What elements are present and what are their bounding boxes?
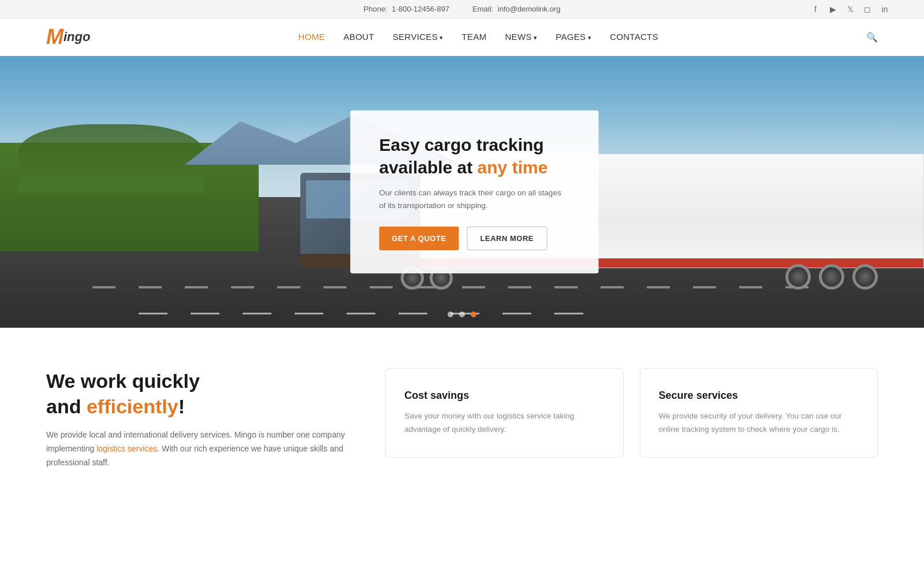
nav-services[interactable]: SERVICES: [393, 32, 444, 42]
cost-savings-desc: Save your money with our logistics servi…: [404, 410, 604, 436]
logo-m-letter: M: [46, 27, 64, 47]
nav-about[interactable]: ABOUT: [344, 32, 374, 42]
secure-services-desc: We provide security of your delivery. Yo…: [659, 410, 859, 436]
slider-dot-3[interactable]: [471, 312, 476, 317]
email-address: info@demolink.org: [498, 5, 561, 13]
secure-services-title: Secure services: [659, 390, 859, 402]
nav-links: HOME ABOUT SERVICES TEAM NEWS PAGES CONT…: [299, 32, 658, 42]
slider-dot-2[interactable]: [459, 312, 465, 317]
main-section: We work quickly and efficiently! We prov…: [0, 328, 924, 505]
learn-more-button[interactable]: LEARN MORE: [467, 227, 547, 250]
wheel-1: [785, 264, 811, 290]
phone-number: 1-800-12456-897: [392, 5, 449, 13]
secure-services-card: Secure services We provide security of y…: [640, 368, 878, 458]
search-icon[interactable]: 🔍: [866, 32, 878, 43]
cost-savings-card: Cost savings Save your money with our lo…: [385, 368, 623, 458]
phone-info: Phone: 1-800-12456-897: [364, 5, 450, 13]
wheel-3: [852, 264, 878, 290]
youtube-icon[interactable]: ▶: [828, 5, 837, 14]
social-icons-group: f ▶ 𝕏 ◻ in: [811, 5, 889, 14]
logistics-link[interactable]: logistics services: [96, 444, 157, 453]
nav-team[interactable]: TEAM: [462, 32, 487, 42]
linkedin-icon[interactable]: in: [880, 5, 889, 14]
nav-contacts[interactable]: CONTACTS: [610, 32, 658, 42]
email-info: Email: info@demolink.org: [472, 5, 560, 13]
hero-section: Easy cargo tracking available at any tim…: [0, 56, 924, 328]
top-bar: Phone: 1-800-12456-897 Email: info@demol…: [0, 0, 924, 18]
email-label: Email:: [472, 5, 493, 13]
slider-dot-1[interactable]: [448, 312, 453, 317]
hero-card: Easy cargo tracking available at any tim…: [351, 110, 599, 273]
hero-wheels-right: [785, 264, 878, 290]
info-cards: Cost savings Save your money with our lo…: [385, 368, 878, 458]
section-intro: We work quickly and efficiently! We prov…: [46, 368, 362, 470]
contact-info: Phone: 1-800-12456-897 Email: info@demol…: [364, 5, 561, 13]
logo-text: ingo: [64, 29, 90, 45]
instagram-icon[interactable]: ◻: [863, 5, 872, 14]
cost-savings-title: Cost savings: [404, 390, 604, 402]
hero-buttons: GET A QUOTE LEARN MORE: [379, 227, 570, 250]
nav-home[interactable]: HOME: [299, 32, 325, 42]
hero-trees: [18, 124, 203, 192]
get-quote-button[interactable]: GET A QUOTE: [379, 227, 459, 250]
nav-pages[interactable]: PAGES: [556, 32, 591, 42]
section-heading: We work quickly and efficiently!: [46, 368, 362, 419]
facebook-icon[interactable]: f: [811, 5, 820, 14]
hero-heading: Easy cargo tracking available at any tim…: [379, 134, 570, 179]
phone-label: Phone:: [364, 5, 388, 13]
hero-description: Our clients can always track their cargo…: [379, 187, 570, 212]
nav-news[interactable]: NEWS: [505, 32, 537, 42]
navbar: M ingo HOME ABOUT SERVICES TEAM NEWS PAG…: [0, 18, 924, 56]
section-description: We provide local and international deliv…: [46, 428, 362, 469]
slider-dots: [448, 312, 476, 317]
twitter-icon[interactable]: 𝕏: [845, 5, 855, 14]
logo[interactable]: M ingo: [46, 27, 90, 47]
road-markings: [139, 313, 601, 314]
wheel-2: [819, 264, 844, 290]
